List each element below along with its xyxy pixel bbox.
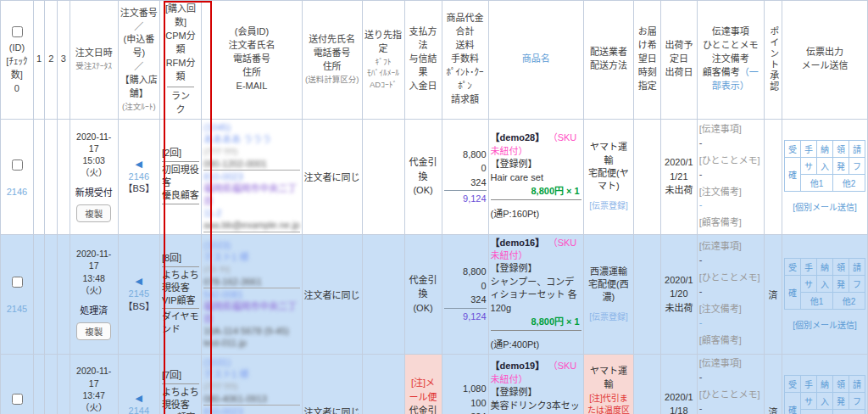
select-all-checkbox[interactable] [12,26,23,37]
slip-register-link[interactable]: [伝票登録] [586,311,632,323]
purchase-count: [7回] [162,369,199,384]
copy-button[interactable]: 複製 [76,204,111,222]
flag-cell-3 [57,119,70,234]
header-label: 時刻指定 [638,67,657,91]
slip-button[interactable]: サ [800,158,816,175]
slip-button[interactable]: 手 [800,141,816,158]
slip-button[interactable]: サ [800,392,816,409]
slip-button[interactable]: 手 [800,258,816,275]
order-row-2146: 21462020-11-1715:03（火）新規受付複製◀2146【BS】[2回… [1,119,868,234]
header-label: ／ [134,21,143,31]
individual-mail-link[interactable]: [個別メール送信] [784,200,865,213]
header-label: 与信結果 [409,53,437,77]
slip-button[interactable]: 領 [832,141,849,158]
masked-text: 11-2 [203,208,221,218]
slip-button[interactable]: 納 [816,375,832,392]
slip-button[interactable]: 他2 [832,175,865,192]
credit-result: (OK) [407,183,440,198]
product-price: 8,800円 × 1 [531,316,580,327]
slip-button[interactable]: 入 [816,158,832,175]
slip-button[interactable]: 確 [784,392,800,414]
row-checkbox[interactable] [12,277,23,288]
customer-info-masked: (1023)テスト1 様(ﾃｽﾄ ｻﾏ)078-162-3661542-0081… [202,234,302,354]
slip-button[interactable]: 他2 [832,409,865,414]
header-label: 住所 [242,67,261,77]
slip-button[interactable]: フ [849,158,865,175]
slip-button[interactable]: 発 [832,158,849,175]
item-total: 8,800 [444,148,487,162]
slip-button[interactable]: 受 [784,258,800,275]
carrier-method: 宅配便(西濃) [586,278,632,305]
cpm-class: よちよち現役客 [162,387,199,410]
header-label: 入金日 [409,81,437,91]
header-label: RFM分類 [166,58,196,81]
slip-button[interactable]: 受 [784,375,800,392]
slip-button[interactable]: 他2 [832,292,865,309]
slip-button[interactable]: 入 [816,275,832,292]
slip-button[interactable]: 請 [849,375,865,392]
slip-button[interactable]: 確 [784,275,800,309]
order-id-link[interactable]: 2145 [3,304,31,314]
memo-value: - [699,254,762,267]
order-number-link[interactable]: 2145 [120,288,158,300]
header-label: お届け希望日 [638,26,657,64]
slip-button[interactable]: 入 [816,392,832,409]
purchase-count: [8回] [162,252,199,267]
product-point: (通P:160Pt) [491,208,581,221]
individual-mail-link[interactable]: [個別メール送信] [784,318,865,331]
slip-button[interactable]: フ [849,392,865,409]
slip-button[interactable]: 納 [816,258,832,275]
row-checkbox[interactable] [12,394,23,405]
order-number-link[interactable]: 2146 [120,171,158,183]
slip-button[interactable]: 手 [800,375,816,392]
slip-button[interactable]: 請 [849,258,865,275]
slip-button[interactable]: 領 [832,375,849,392]
product-cell: 【demo19】（SKU未紐付）【登録例】美容ドリンク3本セット 200mL1,… [488,354,583,414]
slip-button[interactable]: 他1 [800,409,832,414]
carrier-name: ヤマト運輸 [586,141,632,167]
header-col-3: 3 [57,1,70,120]
header-label: [購入回数] [165,3,196,27]
order-datetime: 2020-11-1715:03（火） [72,131,116,179]
order-number-link[interactable]: 2144 [120,405,158,414]
slip-register-link[interactable]: [伝票登録] [586,200,632,212]
copy-button[interactable]: 複製 [76,322,111,340]
slip-button[interactable]: サ [800,275,816,292]
handling-fee: 324 [444,176,487,190]
slip-button[interactable]: 他1 [800,175,832,192]
header-label: 住所 [323,61,342,71]
slip-output-cell: 受手納領請確サ入発フ他1他2[個別メール送信] [782,119,867,234]
slip-button[interactable]: 発 [832,275,849,292]
masked-text: (1031) [203,357,231,367]
slip-button[interactable]: 発 [832,392,849,409]
order-detail-toggle-icon[interactable]: ◀ [136,276,142,286]
slip-button[interactable]: 納 [816,141,832,158]
item-total: 8,800 [444,265,487,279]
billed-total: 9,124 [444,190,487,206]
masked-text: (ｱｱｱｱ ｳｳｳ) [203,148,237,156]
header-label: (申込番号) [124,34,155,58]
carrier-cell: ヤマト運輸[注]代引または温度区分（宅配便以外）[伝票登録] [583,354,634,414]
order-detail-toggle-icon[interactable]: ◀ [136,393,142,403]
slip-button[interactable]: 受 [784,141,800,158]
carrier-method: 宅配便(ヤマト) [586,167,632,193]
header-label: (注文ﾙｰﾄ) [122,102,156,111]
order-detail-toggle-icon[interactable]: ◀ [136,159,142,169]
slip-button[interactable]: 請 [849,141,865,158]
header-label: ポイント承認 [769,26,779,92]
row-checkbox[interactable] [12,159,23,171]
order-management-screen: (ID)[ﾁｪｯｸ数]0123注文日時受注ｽﾃｰﾀｽ注文番号／(申込番号)／【購… [0,0,868,414]
header-label: (会員ID) [235,26,269,36]
header-product-name[interactable]: 商品名 [488,1,583,120]
header-memo: 伝達事項ひとことメモ注文備考顧客備考（一部表示） [697,1,764,120]
slip-button[interactable]: 他1 [800,292,832,309]
rank: ダイヤモンド [162,310,199,336]
slip-button[interactable]: 確 [784,158,800,192]
order-status: 処理済 [72,303,116,316]
order-id-link[interactable]: 2146 [3,187,31,197]
slip-button[interactable]: 領 [832,258,849,275]
memo-value: - [699,199,762,212]
memo-value: - [699,168,762,182]
slip-button[interactable]: フ [849,275,865,292]
credit-result: (OK) [407,301,440,316]
